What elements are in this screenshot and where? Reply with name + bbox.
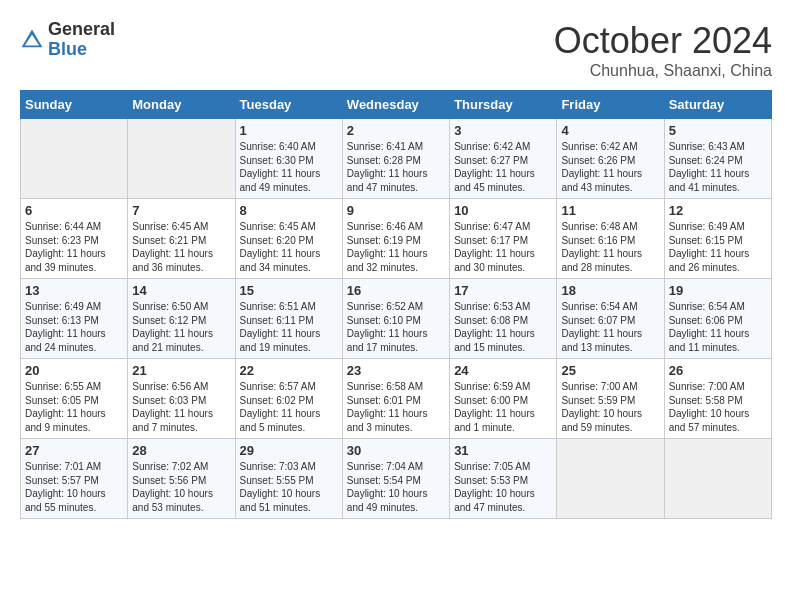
day-cell: 29Sunrise: 7:03 AM Sunset: 5:55 PM Dayli…	[235, 439, 342, 519]
day-info: Sunrise: 6:54 AM Sunset: 6:07 PM Dayligh…	[561, 300, 659, 354]
day-number: 5	[669, 123, 767, 138]
header-row: SundayMondayTuesdayWednesdayThursdayFrid…	[21, 91, 772, 119]
day-number: 25	[561, 363, 659, 378]
header-cell-thursday: Thursday	[450, 91, 557, 119]
day-info: Sunrise: 6:42 AM Sunset: 6:26 PM Dayligh…	[561, 140, 659, 194]
day-cell	[557, 439, 664, 519]
week-row-1: 1Sunrise: 6:40 AM Sunset: 6:30 PM Daylig…	[21, 119, 772, 199]
day-info: Sunrise: 7:00 AM Sunset: 5:58 PM Dayligh…	[669, 380, 767, 434]
day-cell: 1Sunrise: 6:40 AM Sunset: 6:30 PM Daylig…	[235, 119, 342, 199]
day-number: 2	[347, 123, 445, 138]
day-info: Sunrise: 6:51 AM Sunset: 6:11 PM Dayligh…	[240, 300, 338, 354]
logo-general: General	[48, 20, 115, 40]
day-info: Sunrise: 6:45 AM Sunset: 6:20 PM Dayligh…	[240, 220, 338, 274]
day-info: Sunrise: 6:47 AM Sunset: 6:17 PM Dayligh…	[454, 220, 552, 274]
day-cell: 14Sunrise: 6:50 AM Sunset: 6:12 PM Dayli…	[128, 279, 235, 359]
day-number: 20	[25, 363, 123, 378]
day-cell: 25Sunrise: 7:00 AM Sunset: 5:59 PM Dayli…	[557, 359, 664, 439]
day-cell: 31Sunrise: 7:05 AM Sunset: 5:53 PM Dayli…	[450, 439, 557, 519]
day-info: Sunrise: 6:54 AM Sunset: 6:06 PM Dayligh…	[669, 300, 767, 354]
day-number: 7	[132, 203, 230, 218]
day-number: 17	[454, 283, 552, 298]
day-info: Sunrise: 6:40 AM Sunset: 6:30 PM Dayligh…	[240, 140, 338, 194]
day-number: 31	[454, 443, 552, 458]
day-info: Sunrise: 7:02 AM Sunset: 5:56 PM Dayligh…	[132, 460, 230, 514]
calendar-body: 1Sunrise: 6:40 AM Sunset: 6:30 PM Daylig…	[21, 119, 772, 519]
day-info: Sunrise: 6:55 AM Sunset: 6:05 PM Dayligh…	[25, 380, 123, 434]
day-number: 15	[240, 283, 338, 298]
calendar-subtitle: Chunhua, Shaanxi, China	[554, 62, 772, 80]
day-info: Sunrise: 6:59 AM Sunset: 6:00 PM Dayligh…	[454, 380, 552, 434]
day-cell: 26Sunrise: 7:00 AM Sunset: 5:58 PM Dayli…	[664, 359, 771, 439]
day-number: 1	[240, 123, 338, 138]
day-cell: 21Sunrise: 6:56 AM Sunset: 6:03 PM Dayli…	[128, 359, 235, 439]
day-cell: 6Sunrise: 6:44 AM Sunset: 6:23 PM Daylig…	[21, 199, 128, 279]
day-cell: 7Sunrise: 6:45 AM Sunset: 6:21 PM Daylig…	[128, 199, 235, 279]
day-cell: 4Sunrise: 6:42 AM Sunset: 6:26 PM Daylig…	[557, 119, 664, 199]
day-number: 9	[347, 203, 445, 218]
logo-text: General Blue	[48, 20, 115, 60]
day-number: 10	[454, 203, 552, 218]
day-info: Sunrise: 6:52 AM Sunset: 6:10 PM Dayligh…	[347, 300, 445, 354]
title-block: October 2024 Chunhua, Shaanxi, China	[554, 20, 772, 80]
day-cell: 23Sunrise: 6:58 AM Sunset: 6:01 PM Dayli…	[342, 359, 449, 439]
day-cell: 15Sunrise: 6:51 AM Sunset: 6:11 PM Dayli…	[235, 279, 342, 359]
day-cell	[128, 119, 235, 199]
header-cell-monday: Monday	[128, 91, 235, 119]
day-number: 12	[669, 203, 767, 218]
day-cell: 5Sunrise: 6:43 AM Sunset: 6:24 PM Daylig…	[664, 119, 771, 199]
day-number: 6	[25, 203, 123, 218]
day-cell	[664, 439, 771, 519]
day-number: 11	[561, 203, 659, 218]
day-cell: 10Sunrise: 6:47 AM Sunset: 6:17 PM Dayli…	[450, 199, 557, 279]
day-cell: 8Sunrise: 6:45 AM Sunset: 6:20 PM Daylig…	[235, 199, 342, 279]
day-cell: 9Sunrise: 6:46 AM Sunset: 6:19 PM Daylig…	[342, 199, 449, 279]
day-info: Sunrise: 6:44 AM Sunset: 6:23 PM Dayligh…	[25, 220, 123, 274]
week-row-2: 6Sunrise: 6:44 AM Sunset: 6:23 PM Daylig…	[21, 199, 772, 279]
day-info: Sunrise: 7:05 AM Sunset: 5:53 PM Dayligh…	[454, 460, 552, 514]
calendar-header: SundayMondayTuesdayWednesdayThursdayFrid…	[21, 91, 772, 119]
calendar-title: October 2024	[554, 20, 772, 62]
day-info: Sunrise: 6:57 AM Sunset: 6:02 PM Dayligh…	[240, 380, 338, 434]
day-number: 18	[561, 283, 659, 298]
day-cell: 28Sunrise: 7:02 AM Sunset: 5:56 PM Dayli…	[128, 439, 235, 519]
calendar-table: SundayMondayTuesdayWednesdayThursdayFrid…	[20, 90, 772, 519]
day-cell: 30Sunrise: 7:04 AM Sunset: 5:54 PM Dayli…	[342, 439, 449, 519]
week-row-5: 27Sunrise: 7:01 AM Sunset: 5:57 PM Dayli…	[21, 439, 772, 519]
day-info: Sunrise: 6:53 AM Sunset: 6:08 PM Dayligh…	[454, 300, 552, 354]
week-row-3: 13Sunrise: 6:49 AM Sunset: 6:13 PM Dayli…	[21, 279, 772, 359]
day-cell: 24Sunrise: 6:59 AM Sunset: 6:00 PM Dayli…	[450, 359, 557, 439]
day-cell: 18Sunrise: 6:54 AM Sunset: 6:07 PM Dayli…	[557, 279, 664, 359]
day-info: Sunrise: 6:56 AM Sunset: 6:03 PM Dayligh…	[132, 380, 230, 434]
header-cell-saturday: Saturday	[664, 91, 771, 119]
day-number: 14	[132, 283, 230, 298]
day-number: 24	[454, 363, 552, 378]
day-number: 3	[454, 123, 552, 138]
logo-icon	[20, 28, 44, 52]
day-number: 4	[561, 123, 659, 138]
day-cell: 3Sunrise: 6:42 AM Sunset: 6:27 PM Daylig…	[450, 119, 557, 199]
day-info: Sunrise: 7:01 AM Sunset: 5:57 PM Dayligh…	[25, 460, 123, 514]
page-header: General Blue October 2024 Chunhua, Shaan…	[20, 20, 772, 80]
day-info: Sunrise: 6:58 AM Sunset: 6:01 PM Dayligh…	[347, 380, 445, 434]
day-number: 13	[25, 283, 123, 298]
day-number: 23	[347, 363, 445, 378]
day-cell: 2Sunrise: 6:41 AM Sunset: 6:28 PM Daylig…	[342, 119, 449, 199]
day-info: Sunrise: 6:49 AM Sunset: 6:15 PM Dayligh…	[669, 220, 767, 274]
day-info: Sunrise: 6:42 AM Sunset: 6:27 PM Dayligh…	[454, 140, 552, 194]
header-cell-sunday: Sunday	[21, 91, 128, 119]
day-number: 30	[347, 443, 445, 458]
day-info: Sunrise: 6:46 AM Sunset: 6:19 PM Dayligh…	[347, 220, 445, 274]
logo: General Blue	[20, 20, 115, 60]
day-info: Sunrise: 7:03 AM Sunset: 5:55 PM Dayligh…	[240, 460, 338, 514]
day-info: Sunrise: 7:00 AM Sunset: 5:59 PM Dayligh…	[561, 380, 659, 434]
day-cell: 11Sunrise: 6:48 AM Sunset: 6:16 PM Dayli…	[557, 199, 664, 279]
week-row-4: 20Sunrise: 6:55 AM Sunset: 6:05 PM Dayli…	[21, 359, 772, 439]
day-cell: 16Sunrise: 6:52 AM Sunset: 6:10 PM Dayli…	[342, 279, 449, 359]
day-cell: 12Sunrise: 6:49 AM Sunset: 6:15 PM Dayli…	[664, 199, 771, 279]
day-cell: 27Sunrise: 7:01 AM Sunset: 5:57 PM Dayli…	[21, 439, 128, 519]
day-number: 28	[132, 443, 230, 458]
day-number: 19	[669, 283, 767, 298]
logo-blue: Blue	[48, 40, 115, 60]
header-cell-tuesday: Tuesday	[235, 91, 342, 119]
